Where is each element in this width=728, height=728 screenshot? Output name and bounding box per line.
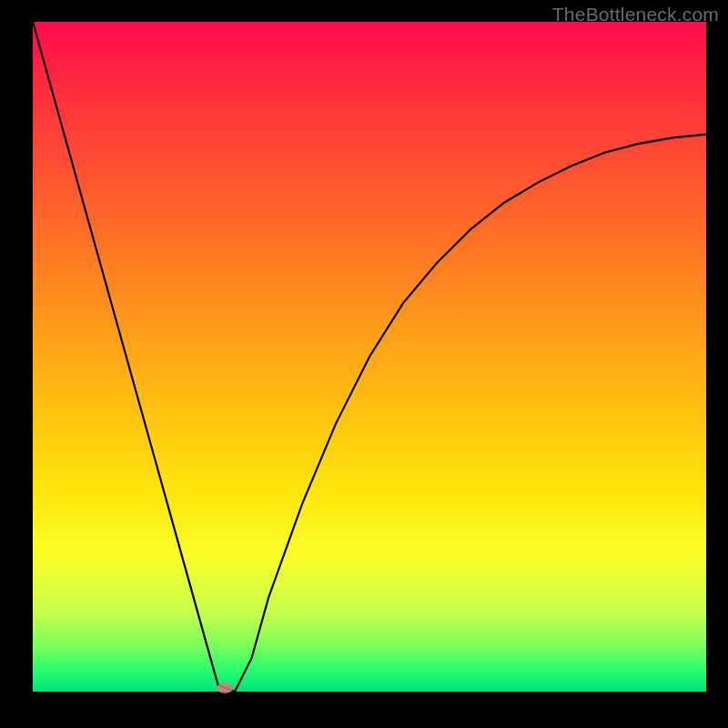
bottleneck-curve — [33, 22, 706, 692]
chart-frame: TheBottleneck.com — [0, 0, 728, 728]
curve-path — [33, 22, 706, 692]
min-marker — [217, 682, 233, 693]
plot-area — [33, 22, 706, 692]
